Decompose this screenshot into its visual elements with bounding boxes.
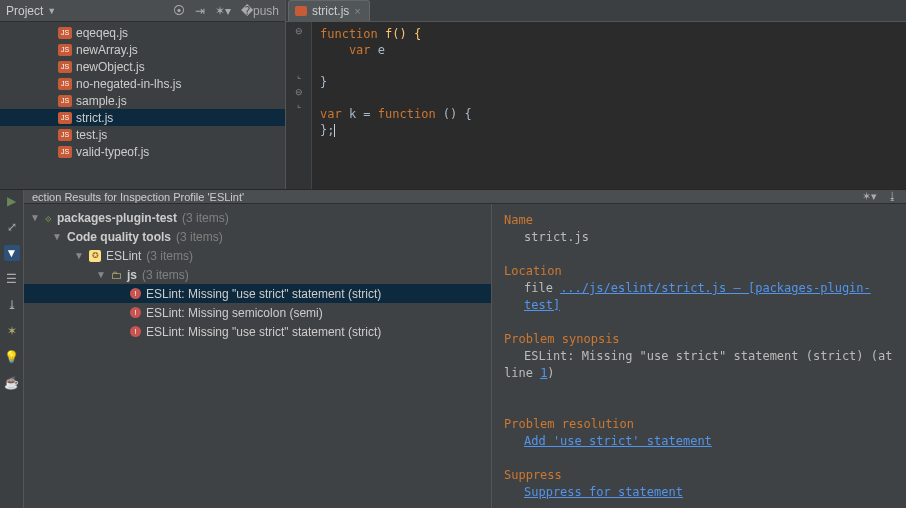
error-icon: ! — [130, 288, 141, 299]
project-file-item[interactable]: JStest.js — [0, 126, 285, 143]
fold-end-icon[interactable]: ⌞ — [297, 99, 301, 109]
detail-resolution-heading: Problem resolution — [504, 417, 634, 431]
chevron-down-icon: ▼ — [30, 212, 40, 223]
js-file-icon: JS — [58, 146, 72, 158]
fold-icon[interactable]: ⊖ — [295, 26, 303, 36]
project-file-label: strict.js — [76, 111, 113, 125]
gear-icon[interactable]: ✶▾ — [215, 4, 231, 18]
code-content[interactable]: function f() { var e } var k = function … — [312, 22, 480, 189]
lightbulb-icon[interactable]: 💡 — [4, 349, 20, 365]
inspection-header-title: ection Results for Inspection Profile 'E… — [32, 191, 244, 203]
filter-icon[interactable]: ▼ — [4, 245, 20, 261]
fold-icon[interactable]: ⊖ — [295, 87, 303, 97]
collapse-icon[interactable]: ⇥ — [195, 4, 205, 18]
project-panel-title: Project — [6, 4, 43, 18]
editor-tabbar: strict.js × — [286, 0, 906, 22]
project-file-item[interactable]: JSstrict.js — [0, 109, 285, 126]
editor: strict.js × ⊖ ⌞ ⊖ ⌞ function f() { var e… — [286, 0, 906, 189]
inspection-issue[interactable]: !ESLint: Missing "use strict" statement … — [24, 284, 491, 303]
inspection-eslint-node[interactable]: ▼ ✪ ESLint (3 items) — [24, 246, 491, 265]
detail-name-value: strict.js — [504, 229, 589, 246]
inspection-issue-label: ESLint: Missing "use strict" statement (… — [146, 287, 381, 301]
error-icon: ! — [130, 326, 141, 337]
hide-icon[interactable]: �push — [241, 4, 279, 18]
js-file-icon: JS — [58, 95, 72, 107]
detail-location-heading: Location — [504, 264, 562, 278]
eslint-icon: ✪ — [89, 250, 101, 262]
project-file-label: no-negated-in-lhs.js — [76, 77, 181, 91]
project-panel: Project ▼ ⦿ ⇥ ✶▾ �push JSeqeqeq.jsJSnewA… — [0, 0, 286, 189]
inspection-toolbar: ▶ ⤢ ▼ ☰ ⤓ ✶ 💡 ☕ — [0, 190, 24, 508]
project-panel-header: Project ▼ ⦿ ⇥ ✶▾ �push — [0, 0, 285, 22]
detail-resolution-link[interactable]: Add 'use strict' statement — [504, 433, 712, 450]
close-icon[interactable]: × — [354, 5, 360, 17]
project-file-item[interactable]: JSeqeqeq.js — [0, 24, 285, 41]
project-file-label: test.js — [76, 128, 107, 142]
rerun-icon[interactable]: ▶ — [4, 193, 20, 209]
expand-icon[interactable]: ⤢ — [4, 219, 20, 235]
inspection-issue[interactable]: !ESLint: Missing "use strict" statement … — [24, 322, 491, 341]
autoscroll-icon[interactable]: ⤓ — [4, 297, 20, 313]
js-file-icon: JS — [58, 44, 72, 56]
group-icon[interactable]: ☰ — [4, 271, 20, 287]
project-file-item[interactable]: JSnewArray.js — [0, 41, 285, 58]
inspection-issue-label: ESLint: Missing semicolon (semi) — [146, 306, 323, 320]
fold-end-icon[interactable]: ⌞ — [297, 70, 301, 80]
project-file-item[interactable]: JSnewObject.js — [0, 58, 285, 75]
detail-synopsis-heading: Problem synopsis — [504, 332, 620, 346]
gear-icon[interactable]: ✶▾ — [862, 190, 877, 203]
js-file-icon: JS — [58, 112, 72, 124]
export-icon[interactable]: ☕ — [4, 375, 20, 391]
chevron-down-icon: ▼ — [52, 231, 62, 242]
project-file-label: newObject.js — [76, 60, 145, 74]
inspection-root[interactable]: ▼ ⟐ packages-plugin-test (3 items) — [24, 208, 491, 227]
caret — [334, 124, 335, 137]
js-file-icon: JS — [58, 61, 72, 73]
target-icon[interactable]: ⦿ — [173, 4, 185, 18]
project-file-item[interactable]: JSno-negated-in-lhs.js — [0, 75, 285, 92]
project-tree: JSeqeqeq.jsJSnewArray.jsJSnewObject.jsJS… — [0, 22, 285, 162]
settings-icon[interactable]: ✶ — [4, 323, 20, 339]
js-file-icon: JS — [58, 27, 72, 39]
error-icon: ! — [130, 307, 141, 318]
js-file-icon: JS — [58, 129, 72, 141]
editor-tab-label: strict.js — [312, 4, 349, 18]
editor-tab-strict[interactable]: strict.js × — [288, 0, 370, 21]
detail-name-heading: Name — [504, 213, 533, 227]
project-file-label: newArray.js — [76, 43, 138, 57]
detail-location-link[interactable]: .../js/eslint/strict.js – [packages-plug… — [524, 281, 871, 312]
chevron-down-icon[interactable]: ▼ — [47, 6, 56, 16]
project-file-item[interactable]: JSsample.js — [0, 92, 285, 109]
inspection-issue-label: ESLint: Missing "use strict" statement (… — [146, 325, 381, 339]
js-file-icon — [295, 6, 307, 16]
package-icon: ⟐ — [45, 212, 52, 224]
inspection-tree: ▼ ⟐ packages-plugin-test (3 items) ▼ Cod… — [24, 204, 492, 508]
editor-gutter: ⊖ ⌞ ⊖ ⌞ — [286, 22, 312, 189]
project-file-label: valid-typeof.js — [76, 145, 149, 159]
detail-suppress-heading: Suppress — [504, 468, 562, 482]
chevron-down-icon: ▼ — [96, 269, 106, 280]
inspection-issue[interactable]: !ESLint: Missing semicolon (semi) — [24, 303, 491, 322]
inspection-category[interactable]: ▼ Code quality tools (3 items) — [24, 227, 491, 246]
inspection-header: ection Results for Inspection Profile 'E… — [24, 190, 906, 204]
folder-icon: 🗀 — [111, 269, 122, 281]
chevron-down-icon: ▼ — [74, 250, 84, 261]
project-file-item[interactable]: JSvalid-typeof.js — [0, 143, 285, 160]
export-down-icon[interactable]: ⭳ — [887, 190, 898, 203]
js-file-icon: JS — [58, 78, 72, 90]
inspection-detail: Name strict.js Location file .../js/esli… — [492, 204, 906, 508]
inspection-folder-node[interactable]: ▼ 🗀 js (3 items) — [24, 265, 491, 284]
project-file-label: eqeqeq.js — [76, 26, 128, 40]
project-file-label: sample.js — [76, 94, 127, 108]
suppress-statement-link[interactable]: Suppress for statement — [504, 484, 683, 501]
